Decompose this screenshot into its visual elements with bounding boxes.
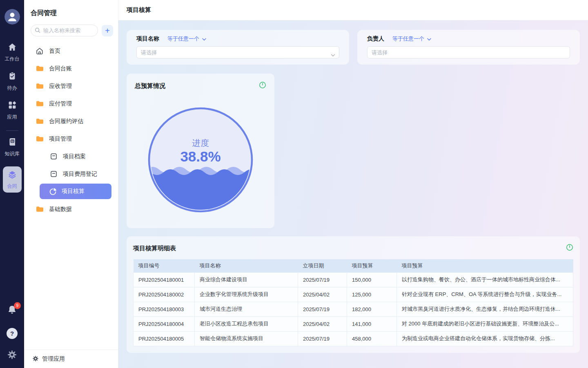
question-icon: ?: [10, 330, 14, 337]
cell-budget: 125,000: [347, 287, 397, 302]
sidebar-item-project-accounting[interactable]: 项目核算: [40, 184, 111, 199]
table-header-row: 项目编号 项目名称 立项日期 项目预算 项目预算: [134, 259, 573, 272]
cell-project-name: 智能仓储物流系统实施项目: [195, 331, 298, 346]
module-sidebar: 合同管理 + 首页 合同台账 应收管理 应付管理 合同履约评估: [24, 0, 118, 368]
page-header: 项目核算: [118, 0, 588, 20]
gear-icon: [32, 355, 39, 363]
filter-operator-label: 等于任意一个: [392, 35, 424, 43]
cell-description: 为制造业或电商企业搭建自动化仓储体系，实现货物存储、分拣...: [397, 331, 573, 346]
avatar[interactable]: [4, 9, 20, 25]
home-outline-icon: [36, 47, 44, 55]
cell-project-id: PRJ202504180005: [134, 331, 195, 346]
svg-text:AI: AI: [11, 140, 13, 142]
sidebar-item-label: 首页: [49, 47, 60, 55]
clipboard-check-icon: [8, 72, 17, 82]
sidebar-item-label: 项目管理: [49, 135, 72, 143]
cell-project-id: PRJ202504180004: [134, 316, 195, 331]
table-row: PRJ202504180004 老旧小区改造工程总承包项目 2025/04/02…: [134, 316, 573, 331]
form-icon: [49, 153, 58, 160]
app-rail: 工作台 待办 应用 AI 知识库 合同 9 ?: [0, 0, 24, 368]
cell-description: 对城市黑臭河道进行水质净化、生态修复，并结合周边环境打造休...: [397, 302, 573, 316]
sidebar-item-performance-eval[interactable]: 合同履约评估: [24, 112, 118, 130]
sidebar-item-label: 合同台账: [49, 65, 72, 72]
table-row: PRJ202504180005 智能仓储物流系统实施项目 2025/07/19 …: [134, 331, 573, 346]
filter-label: 负责人: [367, 35, 384, 43]
cell-start-date: 2025/07/19: [298, 302, 347, 316]
sidebar-item-label: 应收管理: [49, 83, 72, 90]
sidebar-item-home[interactable]: 首页: [24, 42, 118, 60]
cell-budget: 150,000: [347, 272, 397, 287]
rail-item-contract[interactable]: 合同: [3, 166, 22, 193]
cell-project-name: 商业综合体建设项目: [195, 272, 298, 287]
cell-project-id: PRJ202504180001: [134, 272, 195, 287]
search-input[interactable]: [31, 25, 98, 36]
sidebar-title: 合同管理: [31, 9, 111, 18]
cell-description: 以打造集购物、餐饮、办公、酒店于一体的城市地标性商业综合体...: [397, 272, 573, 287]
chevron-down-icon: [427, 36, 431, 42]
rail-item-label: 应用: [7, 114, 17, 121]
filter-operator-dropdown[interactable]: 等于任意一个: [392, 35, 431, 43]
notification-badge: 9: [14, 302, 21, 309]
accounting-table: 项目编号 项目名称 立项日期 项目预算 项目预算 PRJ202504180001…: [133, 259, 573, 346]
column-header: 立项日期: [298, 259, 347, 272]
ai-book-icon: AI: [8, 137, 17, 148]
bell-icon: [7, 309, 17, 316]
sidebar-item-label: 应付管理: [49, 100, 72, 108]
sidebar-item-contract-ledger[interactable]: 合同台账: [24, 60, 118, 77]
project-name-select[interactable]: [136, 46, 339, 58]
rail-item-knowledge[interactable]: AI 知识库: [5, 137, 20, 157]
cell-budget: 182,000: [347, 302, 397, 316]
folder-icon: [36, 118, 44, 124]
column-header: 项目预算: [347, 259, 397, 272]
sidebar-item-receivables[interactable]: 应收管理: [24, 77, 118, 95]
cell-project-name: 城市河道生态治理: [195, 302, 298, 316]
notifications-button[interactable]: 9: [7, 305, 17, 316]
budget-overview-card: 总预算情况 进度 38.8%: [127, 74, 274, 228]
search-icon: [35, 27, 40, 35]
cell-start-date: 2025/07/19: [298, 331, 347, 346]
clock-icon: [259, 81, 266, 90]
home-icon: [8, 43, 17, 53]
cell-project-id: PRJ202504180002: [134, 287, 195, 302]
filter-operator-label: 等于任意一个: [167, 35, 199, 43]
folder-icon: [36, 206, 44, 212]
cell-budget: 141,000: [347, 316, 397, 331]
add-button[interactable]: +: [102, 25, 113, 36]
sidebar-item-project-mgmt[interactable]: 项目管理: [24, 130, 118, 148]
help-button[interactable]: ?: [7, 328, 18, 339]
sidebar-item-label: 基础数据: [49, 206, 72, 213]
rail-item-apps[interactable]: 应用: [7, 101, 17, 121]
sidebar-item-label: 项目核算: [62, 188, 85, 195]
liquid-gauge-chart: 进度 38.8%: [135, 107, 266, 213]
gauge-label: 进度: [192, 138, 209, 148]
cell-description: 针对企业现有 ERP、CRM、OA 等系统进行整合与升级，实现业务...: [397, 287, 573, 302]
owner-select[interactable]: [367, 46, 570, 58]
table-row: PRJ202504180002 企业数字化管理系统升级项目 2025/04/02…: [134, 287, 573, 302]
form-icon: [49, 171, 58, 177]
rail-item-label: 知识库: [5, 150, 20, 157]
sidebar-item-project-archive[interactable]: 项目档案: [24, 148, 118, 165]
rail-item-todo[interactable]: 待办: [7, 72, 17, 92]
rail-item-label: 待办: [7, 85, 17, 92]
card-title: 总预算情况: [135, 82, 165, 90]
rail-item-label: 工作台: [5, 56, 20, 63]
cell-project-name: 老旧小区改造工程总承包项目: [195, 316, 298, 331]
chevron-down-icon[interactable]: [331, 51, 335, 58]
cell-budget: 458,000: [347, 331, 397, 346]
card-title: 项目核算明细表: [133, 245, 176, 252]
sidebar-item-project-expense[interactable]: 项目费用登记: [24, 165, 118, 183]
column-header: 项目编号: [134, 259, 195, 272]
settings-button[interactable]: [7, 350, 17, 361]
filter-operator-dropdown[interactable]: 等于任意一个: [167, 35, 206, 43]
gear-icon: [7, 354, 17, 361]
sidebar-item-label: 合同履约评估: [49, 118, 83, 125]
cell-start-date: 2025/07/19: [298, 272, 347, 287]
sidebar-item-payables[interactable]: 应付管理: [24, 95, 118, 112]
sidebar-item-label: 项目档案: [63, 153, 86, 160]
sidebar-item-base-data[interactable]: 基础数据: [24, 200, 118, 218]
rail-item-workbench[interactable]: 工作台: [5, 43, 20, 63]
layers-icon: [8, 170, 17, 181]
page-content: 项目名称 等于任意一个 负责人 等于任意一个: [118, 20, 588, 368]
folder-icon: [36, 101, 44, 107]
manage-apps-button[interactable]: 管理应用: [24, 350, 118, 368]
